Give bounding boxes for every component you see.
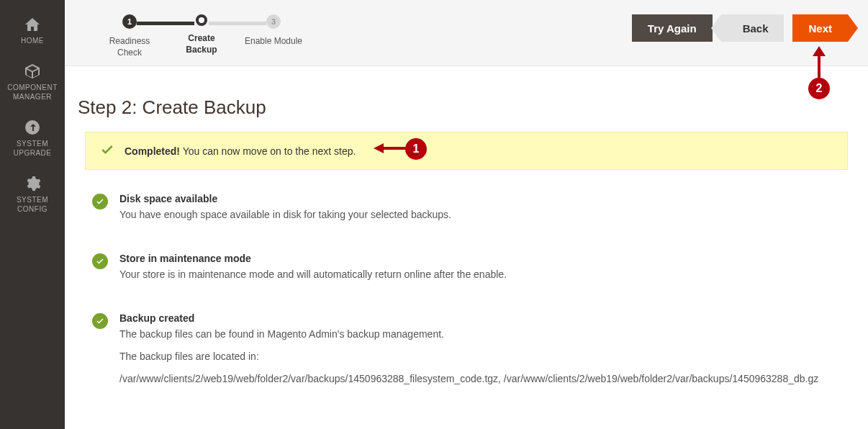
completed-alert: Completed! You can now move on to the ne… xyxy=(85,132,848,170)
section-text: /var/www/clients/2/web19/web/folder2/var… xyxy=(119,371,818,387)
step-label: Enable Module xyxy=(245,36,302,48)
success-icon xyxy=(92,313,108,329)
success-icon xyxy=(92,253,108,269)
success-icon xyxy=(92,194,108,209)
section-title: Disk space available xyxy=(119,193,451,204)
step-create-backup[interactable]: Create Backup xyxy=(166,14,238,55)
alert-strong: Completed! xyxy=(125,145,180,157)
package-icon xyxy=(24,63,41,80)
check-icon xyxy=(100,143,114,159)
sidebar-item-system-config[interactable]: SYSTEM CONFIG xyxy=(14,166,51,222)
section-text: You have enough space available in disk … xyxy=(119,207,451,222)
home-icon xyxy=(24,16,41,33)
step-label: Create Backup xyxy=(186,33,217,55)
back-button[interactable]: Back xyxy=(721,14,785,42)
section-text: The backup files are located in: xyxy=(119,349,818,364)
annotation-arrow-completed xyxy=(374,140,410,159)
step-number: 1 xyxy=(122,14,137,29)
sidebar-item-label: SYSTEM CONFIG xyxy=(17,195,48,214)
annotation-badge-1: 1 xyxy=(405,138,427,160)
upgrade-icon xyxy=(24,119,41,136)
section-disk-space: Disk space available You have enough spa… xyxy=(85,193,848,230)
step-connector xyxy=(137,22,194,25)
try-again-button[interactable]: Try Again xyxy=(632,14,713,42)
alert-message: Completed! You can now move on to the ne… xyxy=(125,145,356,157)
sidebar-item-label: SYSTEM UPGRADE xyxy=(14,139,52,158)
sidebar: HOME COMPONENT MANAGER SYSTEM UPGRADE SY… xyxy=(0,0,65,429)
next-button[interactable]: Next xyxy=(792,14,848,42)
action-buttons: Try Again Back Next xyxy=(632,14,848,42)
section-title: Store in maintenance mode xyxy=(119,253,507,264)
svg-marker-1 xyxy=(813,46,826,56)
section-backup-created: Backup created The backup files can be f… xyxy=(85,312,848,394)
content: Step 2: Create Backup Completed! You can… xyxy=(65,66,868,394)
step-number xyxy=(196,14,207,26)
stepper: 1 Readiness Check Create Backup 3 Enable… xyxy=(94,14,309,58)
section-title: Backup created xyxy=(119,312,818,324)
step-connector xyxy=(209,22,266,25)
alert-text: You can now move on to the next step. xyxy=(180,145,356,157)
topbar: 1 Readiness Check Create Backup 3 Enable… xyxy=(65,0,868,66)
main: 1 Readiness Check Create Backup 3 Enable… xyxy=(65,0,868,429)
section-text: Your store is in maintenance mode and wi… xyxy=(119,267,507,282)
gear-icon xyxy=(24,175,41,192)
page-title: Step 2: Create Backup xyxy=(78,96,848,119)
svg-marker-3 xyxy=(374,143,384,153)
step-label: Readiness Check xyxy=(109,36,150,58)
sidebar-item-system-upgrade[interactable]: SYSTEM UPGRADE xyxy=(11,110,55,166)
sidebar-item-label: COMPONENT MANAGER xyxy=(7,83,58,101)
sidebar-item-label: HOME xyxy=(21,36,44,45)
sidebar-item-home[interactable]: HOME xyxy=(18,7,47,54)
step-enable-module[interactable]: 3 Enable Module xyxy=(238,14,309,48)
sidebar-item-component-manager[interactable]: COMPONENT MANAGER xyxy=(4,54,60,110)
section-maintenance-mode: Store in maintenance mode Your store is … xyxy=(85,253,848,289)
section-text: The backup files can be found in Magento… xyxy=(119,327,818,342)
step-number: 3 xyxy=(266,14,281,29)
